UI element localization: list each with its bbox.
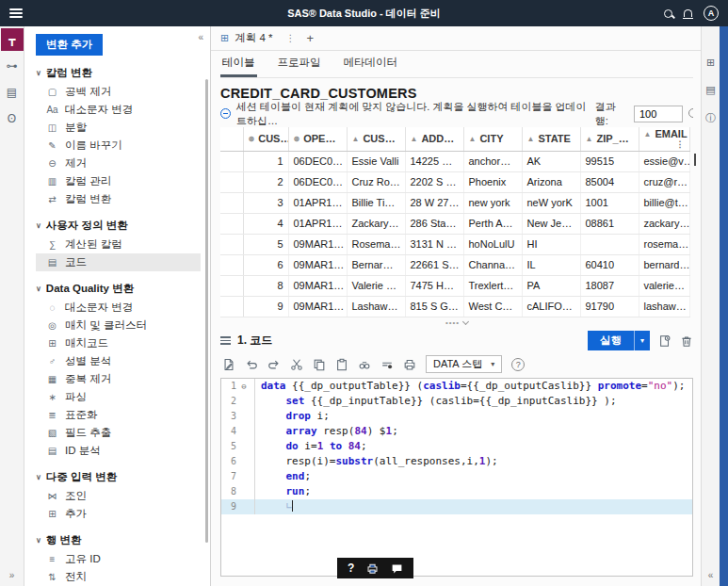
help-icon[interactable]: ? bbox=[511, 358, 525, 371]
table-row[interactable]: 401APR1…Zackary…286 Sta…Perth A…New Je…0… bbox=[220, 213, 689, 234]
details-form-icon[interactable]: ▤ bbox=[705, 84, 715, 96]
transform-item-transpose[interactable]: ⇅전치 bbox=[36, 568, 201, 586]
plan-tab[interactable]: ⊞ 계획 4 * ⋮ bbox=[220, 31, 295, 45]
transform-group-header[interactable]: ∨칼럼 변환 bbox=[36, 66, 201, 80]
column-menu-icon[interactable]: ⋮ bbox=[676, 139, 685, 149]
new-tab-button[interactable]: + bbox=[306, 31, 314, 45]
transform-item-append[interactable]: ⊞추가 bbox=[36, 505, 201, 523]
transform-item-split[interactable]: ◫분할 bbox=[36, 119, 201, 137]
code-line[interactable]: 6 resp(i)=substr(all_responses,i,1); bbox=[221, 454, 692, 469]
paste-icon[interactable] bbox=[335, 358, 348, 371]
tab-profile[interactable]: 프로파일 bbox=[276, 51, 323, 77]
add-transform-button[interactable]: 변환 추가 bbox=[36, 34, 103, 56]
transform-item-join[interactable]: ⋈조인 bbox=[36, 487, 201, 505]
table-row[interactable]: 809MAR1…Valerie …7475 H…Trexlert…PA18087… bbox=[220, 275, 689, 296]
transform-item-code[interactable]: ▤코드 bbox=[36, 253, 201, 271]
run-button-label[interactable]: 실행 bbox=[588, 331, 634, 350]
transform-item-calculated-column[interactable]: ∑계산된 칼럼 bbox=[36, 236, 201, 253]
transform-item-match-and-cluster[interactable]: ◎매치 및 클러스터 bbox=[36, 317, 201, 334]
new-program-icon[interactable] bbox=[222, 358, 235, 371]
transform-item-dedupe[interactable]: ▦중복 제거 bbox=[36, 370, 201, 388]
table-row[interactable]: 106DEC0…Essie Valli14225 …anchor…AK99515… bbox=[220, 151, 689, 171]
transform-item-field-extraction[interactable]: ▧필드 추출 bbox=[36, 424, 201, 442]
print-screen-icon[interactable] bbox=[366, 562, 379, 575]
transform-item-remove[interactable]: ⊖제거 bbox=[36, 155, 201, 172]
column-header[interactable]: ▲CUS… bbox=[347, 127, 405, 151]
code-line[interactable]: 3 drop i; bbox=[221, 409, 692, 424]
column-header[interactable]: ⊛OPE… bbox=[288, 127, 347, 151]
transforms-pin-rail-button[interactable]: ┳ bbox=[1, 28, 24, 51]
find-icon[interactable] bbox=[358, 358, 371, 371]
plans-grid-icon[interactable]: ⊞ bbox=[706, 57, 715, 69]
form-rail-button[interactable]: ▤ bbox=[1, 81, 24, 104]
table-row[interactable]: 301APR1…Billie Ti…28 W 27…new yorkneW yo… bbox=[220, 192, 689, 213]
code-line[interactable]: 4 array resp(84) $1; bbox=[221, 424, 692, 439]
transform-item-gender-analysis[interactable]: ♂성별 분석 bbox=[36, 352, 201, 370]
column-header[interactable]: ▲CITY bbox=[463, 127, 522, 151]
info-icon[interactable]: ⓘ bbox=[705, 111, 716, 125]
chat-bubble-icon[interactable] bbox=[391, 562, 403, 575]
result-rows-input[interactable] bbox=[634, 106, 683, 122]
grid-scrollbar-thumb[interactable] bbox=[694, 154, 696, 166]
transform-item-parse[interactable]: ∗파싱 bbox=[36, 388, 201, 406]
language-dropdown[interactable]: DATA 스텝 ▾ bbox=[426, 355, 502, 373]
transform-item-change-case[interactable]: Aa대소문자 변경 bbox=[36, 101, 201, 119]
clear-log-icon[interactable] bbox=[380, 358, 394, 371]
user-avatar[interactable]: A bbox=[704, 6, 719, 21]
refresh-icon[interactable] bbox=[688, 108, 693, 119]
run-options-caret-icon[interactable]: ▾ bbox=[634, 331, 650, 350]
transform-item-unique-id[interactable]: ≡고유 ID bbox=[36, 550, 201, 568]
transform-item-manage-columns[interactable]: ▥칼럼 관리 bbox=[36, 172, 201, 190]
transform-group-header[interactable]: ∨행 변환 bbox=[36, 533, 201, 547]
code-editor[interactable]: 1⊖data {{_dp_outputTable}} (caslib={{_dp… bbox=[220, 378, 693, 578]
panel-collapse-icon[interactable]: « bbox=[198, 32, 203, 42]
help-button[interactable]: ? bbox=[348, 562, 354, 575]
redo-icon[interactable] bbox=[267, 358, 281, 371]
code-line[interactable]: 7 end; bbox=[221, 469, 692, 484]
column-header[interactable]: ▲ZIP_… bbox=[580, 127, 639, 151]
table-row[interactable]: 206DEC0…Cruz Ro…2202 S …PhoenixArizona85… bbox=[220, 171, 689, 192]
code-line[interactable]: 2 set {{_dp_inputTable}} (caslib={{_dp_i… bbox=[221, 394, 692, 409]
suggestions-bulb-rail-button[interactable]: ʘ bbox=[1, 107, 24, 130]
print-icon[interactable] bbox=[403, 358, 416, 371]
table-row[interactable]: 509MAR1…Rosema…3131 N …hoNoLulUHIrosema… bbox=[220, 234, 689, 254]
undo-icon[interactable] bbox=[245, 358, 258, 371]
column-header[interactable]: ⊛CUS… bbox=[243, 127, 288, 151]
transform-group-header[interactable]: ∨다중 입력 변환 bbox=[36, 470, 201, 484]
tab-metadata[interactable]: 메타데이터 bbox=[342, 51, 400, 77]
search-icon[interactable] bbox=[664, 9, 672, 18]
transform-item-standardize[interactable]: ≣표준화 bbox=[36, 406, 201, 424]
run-button[interactable]: 실행 ▾ bbox=[588, 331, 650, 350]
table-row[interactable]: 909MAR1…Lashaw…815 S G…West C…cALIFO…917… bbox=[220, 296, 689, 317]
transform-item-rename[interactable]: ✎이름 바꾸기 bbox=[36, 137, 201, 155]
cut-icon[interactable] bbox=[290, 358, 303, 371]
code-line[interactable]: 5 do i=1 to 84; bbox=[221, 439, 692, 454]
preview-icon[interactable] bbox=[658, 334, 671, 348]
gender-analysis-icon: ♂ bbox=[46, 356, 58, 366]
hamburger-menu-icon[interactable] bbox=[9, 8, 23, 18]
transform-item-dq-change-case[interactable]: ◌대소문자 변경 bbox=[36, 299, 201, 317]
plan-tab-menu-icon[interactable]: ⋮ bbox=[285, 33, 295, 43]
code-line[interactable]: 9 ∟ bbox=[221, 499, 692, 514]
tab-table[interactable]: 테이블 bbox=[220, 51, 257, 77]
code-line[interactable]: 1⊖data {{_dp_outputTable}} (caslib={{_dp… bbox=[221, 379, 692, 394]
transform-item-convert-column[interactable]: ⇄칼럼 변환 bbox=[36, 190, 201, 208]
panel-scrollbar[interactable] bbox=[205, 79, 208, 543]
copy-icon[interactable] bbox=[313, 358, 326, 371]
delete-step-icon[interactable] bbox=[680, 334, 693, 348]
transform-group-header[interactable]: ∨Data Quality 변환 bbox=[36, 282, 201, 296]
transform-group-header[interactable]: ∨사용자 정의 변환 bbox=[36, 219, 201, 233]
transform-item-id-analysis[interactable]: ▤ID 분석 bbox=[36, 442, 201, 460]
notifications-bell-icon[interactable] bbox=[684, 9, 692, 17]
column-header[interactable]: ▲EMAIL⋮ bbox=[639, 127, 689, 151]
column-header[interactable]: ▲STATE bbox=[522, 127, 580, 151]
panel-splitter[interactable]: •••• bbox=[220, 317, 693, 329]
table-row[interactable]: 609MAR1…Bernar…22661 S…Channa…IL60410ber… bbox=[220, 254, 689, 275]
right-rail-collapse-icon[interactable]: « bbox=[708, 570, 714, 580]
transform-item-matchcode[interactable]: ⊞매치코드 bbox=[36, 334, 201, 352]
code-line[interactable]: 8 run; bbox=[221, 484, 692, 499]
column-header[interactable]: ▲ADD… bbox=[405, 127, 463, 151]
left-rail-expand-icon[interactable]: » bbox=[0, 570, 24, 580]
transform-item-trim-whitespace[interactable]: ▢공백 제거 bbox=[36, 83, 201, 101]
key-rail-button[interactable]: ⊶ bbox=[1, 55, 24, 77]
